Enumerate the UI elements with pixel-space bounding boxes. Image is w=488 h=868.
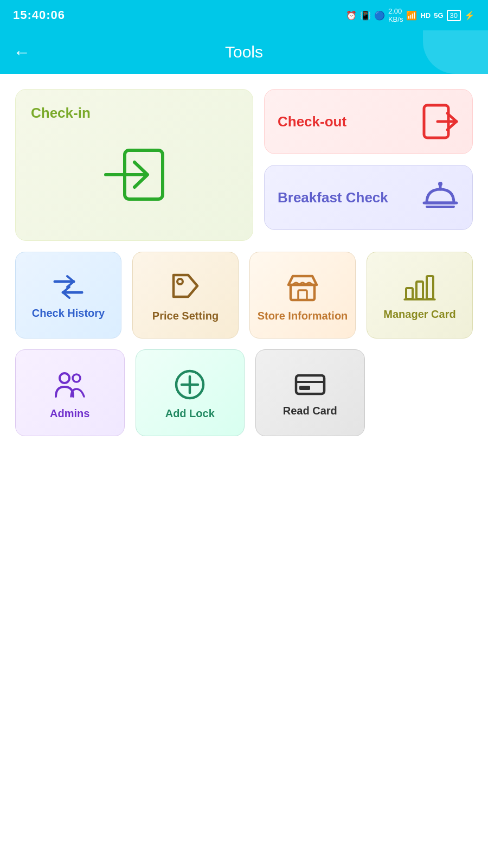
checkout-label: Check-out xyxy=(278,113,346,130)
small-cards-row-1: Check History Price Setting xyxy=(15,252,473,339)
alarm-icon: ⏰ xyxy=(346,10,357,21)
svg-point-18 xyxy=(60,373,69,383)
checkout-icon xyxy=(421,103,459,141)
charging-icon: ⚡ xyxy=(464,10,475,21)
svg-point-6 xyxy=(438,182,442,186)
store-information-icon xyxy=(286,271,319,303)
read-card-card[interactable]: Read Card xyxy=(255,349,365,436)
vibrate-icon: 📳 xyxy=(360,10,371,21)
manager-card-icon xyxy=(403,272,436,302)
check-history-icon xyxy=(52,273,85,301)
checkin-card[interactable]: Check-in xyxy=(15,89,253,241)
admins-label: Admins xyxy=(50,407,89,420)
bluetooth-icon: 🔵 xyxy=(374,10,385,21)
checkin-label: Check-in xyxy=(31,105,91,122)
breakfast-icon xyxy=(421,178,459,216)
svg-rect-14 xyxy=(406,288,413,299)
admins-icon xyxy=(54,368,86,401)
signal-icon: 5G xyxy=(434,11,443,20)
manager-card-card[interactable]: Manager Card xyxy=(367,252,473,339)
battery-icon: 30 xyxy=(447,10,461,21)
admins-card[interactable]: Admins xyxy=(15,349,125,436)
read-card-icon xyxy=(294,371,326,398)
store-information-label: Store Information xyxy=(258,310,348,322)
status-time: 15:40:06 xyxy=(13,8,65,22)
breakfast-card[interactable]: Breakfast Check xyxy=(264,165,473,230)
svg-rect-25 xyxy=(299,386,310,390)
check-history-card[interactable]: Check History xyxy=(15,252,121,339)
hd-icon: HD xyxy=(420,11,431,20)
right-col: Check-out Breakfast Check xyxy=(264,89,473,241)
svg-point-19 xyxy=(73,374,80,382)
main-content: Check-in Check-out xyxy=(0,74,488,458)
checkout-card[interactable]: Check-out xyxy=(264,89,473,154)
svg-rect-16 xyxy=(427,276,433,299)
wifi-icon: 📶 xyxy=(406,10,417,21)
checkin-icon xyxy=(31,122,240,227)
top-bar: ← Tools xyxy=(0,30,488,74)
network-speed: 2.00KB/s xyxy=(388,7,403,23)
check-history-label: Check History xyxy=(32,307,105,320)
svg-rect-23 xyxy=(296,375,324,394)
manager-card-label: Manager Card xyxy=(383,308,455,321)
read-card-label: Read Card xyxy=(283,405,337,417)
svg-rect-11 xyxy=(291,285,314,300)
status-icons: ⏰ 📳 🔵 2.00KB/s 📶 HD 5G 30 ⚡ xyxy=(346,7,475,23)
small-cards-row-2: Admins Add Lock xyxy=(15,349,473,436)
back-button[interactable]: ← xyxy=(13,42,30,62)
store-information-card[interactable]: Store Information xyxy=(249,252,356,339)
svg-rect-13 xyxy=(298,290,307,300)
status-bar: 15:40:06 ⏰ 📳 🔵 2.00KB/s 📶 HD 5G 30 ⚡ xyxy=(0,0,488,30)
price-setting-card[interactable]: Price Setting xyxy=(132,252,239,339)
svg-point-10 xyxy=(177,279,183,284)
page-title: Tools xyxy=(225,43,263,61)
add-lock-label: Add Lock xyxy=(165,407,215,420)
large-cards-row: Check-in Check-out xyxy=(15,89,473,241)
add-lock-card[interactable]: Add Lock xyxy=(136,349,245,436)
price-setting-label: Price Setting xyxy=(152,310,219,322)
decoration xyxy=(423,30,488,74)
breakfast-label: Breakfast Check xyxy=(278,189,388,206)
price-setting-icon xyxy=(169,271,202,303)
add-lock-icon xyxy=(174,368,206,401)
svg-rect-15 xyxy=(416,282,423,299)
